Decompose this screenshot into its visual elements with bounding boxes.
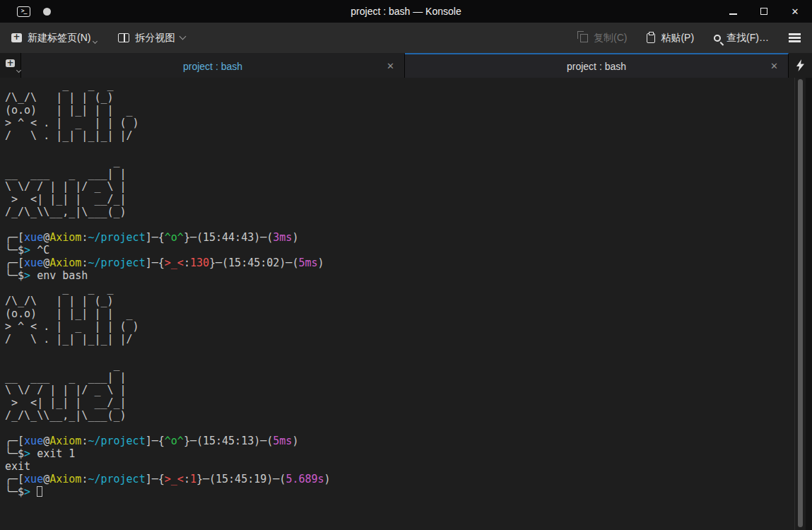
terminal-text-segment: env bash — [30, 269, 88, 282]
find-button[interactable]: 查找(F)… — [714, 32, 769, 45]
terminal-line — [5, 142, 812, 155]
maximize-icon — [760, 8, 767, 15]
tabbar-new-tab-button[interactable] — [0, 53, 21, 78]
terminal-line: \ \/ / | | |/ _ \ | — [5, 384, 812, 396]
minimize-button[interactable] — [726, 4, 740, 18]
tab-project-bash-2[interactable]: project : bash ✕ — [405, 53, 789, 78]
terminal-text-segment: : — [184, 257, 190, 269]
terminal-scrollbar[interactable] — [794, 78, 806, 530]
new-tab-icon — [11, 33, 22, 42]
terminal-line: ╰─$> ^C — [5, 244, 812, 257]
tab-label: project : bash — [21, 61, 404, 72]
terminal-line: ╭─[xue@Axiom:~/project]─{>_<:130}─(15:45… — [5, 257, 812, 269]
terminal-text-segment: > ^ < . | _ | | ( ) — [5, 117, 139, 129]
terminal-line — [5, 346, 812, 358]
maximize-button[interactable] — [757, 4, 771, 18]
terminal-text-segment: ╰─$ — [5, 269, 24, 282]
terminal-text-segment — [30, 485, 37, 498]
terminal-text-segment: ╭─[ — [5, 231, 24, 244]
tab-close-icon[interactable]: ✕ — [387, 61, 394, 71]
lightning-bolt-icon — [796, 59, 804, 71]
terminal-line: ╭─[xue@Axiom:~/project]─{>_<:1}─(15:45:1… — [5, 473, 812, 485]
scrollbar-thumb[interactable] — [798, 79, 803, 527]
terminal-text-segment: (o.o) | |_| | | _ — [5, 307, 133, 320]
terminal-text-segment: ) — [292, 435, 298, 447]
split-view-icon — [118, 33, 129, 42]
terminal-line: /_/\_\\__,_|\___(_) — [5, 409, 812, 422]
terminal-line: _ — [5, 155, 812, 167]
terminal-text-segment: ╭─[ — [5, 435, 24, 447]
terminal-view[interactable]: _ _ _/\_/\ | | | (_)(o.o) | |_| | | _> ^… — [0, 78, 812, 530]
paste-button[interactable]: 粘贴(P) — [647, 32, 694, 45]
terminal-text-segment: @ — [43, 231, 49, 244]
terminal-text-segment: > — [24, 447, 30, 460]
terminal-text-segment: }─(15:44:43)─( — [184, 231, 273, 244]
terminal-text-segment: 5ms — [298, 257, 317, 269]
terminal-text-segment: ╰─$ — [5, 244, 24, 257]
terminal-text-segment: ) — [324, 473, 331, 485]
window-title: project : bash — Konsole — [0, 6, 812, 17]
tab-close-icon[interactable]: ✕ — [770, 61, 778, 71]
terminal-text-segment: ╰─$ — [5, 485, 24, 498]
terminal-text-segment: ]─{ — [146, 473, 165, 485]
copy-icon — [580, 34, 588, 42]
tab-project-bash-1[interactable]: project : bash ✕ — [21, 53, 405, 78]
terminal-text-segment: ^C — [30, 244, 49, 257]
terminal-text-segment: 130 — [190, 257, 209, 269]
terminal-text-segment: /\_/\ | | | (_) — [5, 295, 114, 307]
terminal-text-segment: @ — [43, 435, 49, 447]
new-tab-label: 新建标签页(N) — [28, 32, 90, 45]
terminal-text-segment: ]─{ — [146, 231, 165, 244]
terminal-text-segment: > ^ < . | _ | | ( ) — [5, 320, 139, 333]
split-view-label: 拆分视图 — [135, 32, 175, 45]
terminal-text-segment: 5.689s — [286, 473, 324, 485]
terminal-text-segment: : — [184, 473, 190, 485]
terminal-text-segment: ~/project — [88, 435, 145, 447]
new-tab-button[interactable]: 新建标签页(N) — [11, 32, 97, 45]
window-controls: ✕ — [726, 4, 812, 18]
terminal-line — [5, 218, 812, 231]
terminal-text-segment: Axiom — [49, 473, 81, 485]
terminal-line: /\_/\ | | | (_) — [5, 91, 812, 104]
terminal-text-segment: ^o^ — [165, 231, 184, 244]
split-view-button[interactable]: 拆分视图 — [118, 32, 185, 45]
search-icon — [714, 35, 721, 42]
terminal-line: ╰─$> — [5, 485, 812, 498]
paste-label: 粘贴(P) — [661, 32, 694, 45]
close-button[interactable]: ✕ — [788, 4, 802, 18]
terminal-text-segment: /_/\_\\__,_|\___(_) — [5, 206, 126, 218]
terminal-line: _ _ _ — [5, 282, 812, 295]
terminal-text-segment: _ — [5, 358, 120, 371]
terminal-text-segment: /\_/\ | | | (_) — [5, 91, 114, 104]
terminal-line: exit — [5, 460, 812, 473]
terminal-line: ╭─[xue@Axiom:~/project]─{^o^}─(15:45:13)… — [5, 435, 812, 447]
terminal-line: / \ . |_| |_|_| |/ — [5, 333, 812, 346]
terminal-text-segment: xue — [24, 257, 43, 269]
terminal-text-segment: > <| |_| | __/_| — [5, 193, 126, 206]
terminal-text-segment: exit 1 — [30, 447, 75, 460]
terminal-text-segment: ╰─$ — [5, 447, 24, 460]
terminal-text-segment: ) — [318, 257, 324, 269]
terminal-text-segment: ~/project — [88, 257, 145, 269]
terminal-line: /\_/\ | | | (_) — [5, 295, 812, 307]
terminal-output: _ _ _/\_/\ | | | (_)(o.o) | |_| | | _> ^… — [0, 78, 812, 498]
tabbar-new-tab-icon — [6, 59, 15, 67]
terminal-line: > ^ < . | _ | | ( ) — [5, 117, 812, 129]
copy-button[interactable]: 复制(C) — [578, 32, 627, 45]
tabbar: project : bash ✕ project : bash ✕ — [0, 53, 812, 78]
terminal-text-segment: _ _ _ — [5, 78, 114, 91]
split-view-dropdown-icon — [180, 33, 187, 40]
terminal-text-segment: \ \/ / | | |/ _ \ | — [5, 384, 126, 396]
terminal-line: > <| |_| | __/_| — [5, 193, 812, 206]
terminal-text-segment: Axiom — [49, 257, 81, 269]
terminal-line: / \ . |_| |_|_| |/ — [5, 129, 812, 142]
terminal-line: ╰─$> exit 1 — [5, 447, 812, 460]
terminal-text-segment: exit — [5, 460, 30, 473]
quick-commands-button[interactable] — [789, 53, 812, 78]
terminal-text-segment: ) — [292, 231, 298, 244]
terminal-cursor — [37, 486, 42, 497]
terminal-text-segment: > — [24, 485, 30, 498]
terminal-line: _ — [5, 358, 812, 371]
terminal-text-segment: ~/project — [88, 231, 145, 244]
terminal-text-segment: ~/project — [88, 473, 145, 485]
